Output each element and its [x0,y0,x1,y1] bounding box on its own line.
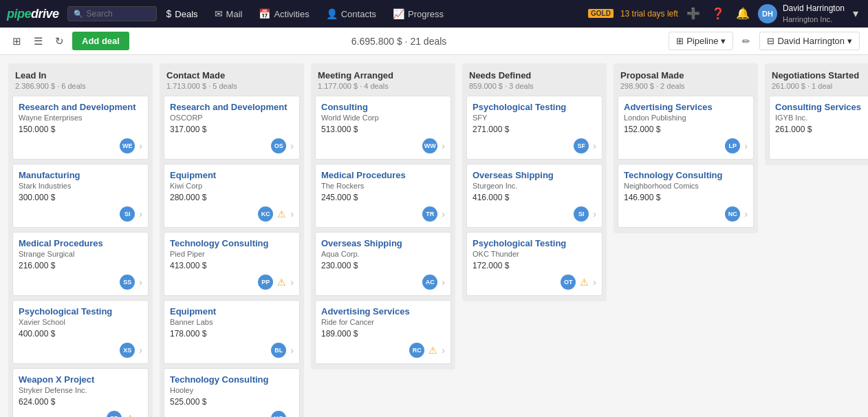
next-arrow-icon[interactable]: › [139,413,142,417]
deal-title[interactable]: Technology Consulting [624,170,722,180]
next-arrow-icon[interactable]: › [139,140,142,151]
next-arrow-icon[interactable]: › [744,140,748,151]
deal-card: Psychological Testing Xavier School 400.… [12,300,149,364]
deal-title[interactable]: Psychological Testing [473,238,566,248]
next-arrow-icon[interactable]: › [290,413,294,417]
column-proposal-made: Proposal Made 298.900 $ · 2 deals Advert… [614,63,758,233]
search-box[interactable]: 🔍 [67,6,157,21]
deal-card: Technology Consulting Pied Piper 413.000… [164,232,300,296]
next-arrow-icon[interactable]: › [290,277,294,288]
card-footer: SI › [473,206,596,222]
deal-card: Research and Development OSCORP 317.000 … [164,96,300,160]
card-footer: WW › [321,138,445,153]
next-arrow-icon[interactable]: › [442,345,445,356]
deal-title[interactable]: Technology Consulting [170,374,268,385]
next-arrow-icon[interactable]: › [442,208,445,220]
deal-avatar: SF [574,138,589,153]
add-deal-button[interactable]: Add deal [72,32,129,50]
deal-amount: 513.000 $ [321,125,379,134]
deal-title[interactable]: Psychological Testing [473,102,566,112]
next-arrow-icon[interactable]: › [593,208,596,220]
deal-amount: 216.000 $ [19,261,103,270]
next-arrow-icon[interactable]: › [593,277,596,288]
deal-title[interactable]: Equipment [170,306,216,317]
next-arrow-icon[interactable]: › [593,140,596,151]
deal-title[interactable]: Advertising Services [624,102,713,112]
contacts-icon: 👤 [326,8,338,19]
deal-amount: 300.000 $ [19,193,80,202]
next-arrow-icon[interactable]: › [139,277,142,288]
deal-card: Technology Consulting Hooley 525.000 $ H… [164,368,300,417]
refresh-icon[interactable]: ↻ [51,32,68,50]
search-icon: 🔍 [74,10,83,19]
deal-title[interactable]: Advertising Services [321,306,410,317]
help-icon[interactable]: ❓ [708,4,728,23]
deal-company: Xavier School [19,318,112,326]
gold-badge: GOLD [588,9,614,18]
card-top: Weapon X Project Stryker Defense Inc. 62… [19,374,142,407]
filter-selector[interactable]: ⊟ David Harrington ▾ [759,32,860,50]
edit-pipeline-icon[interactable]: ✏ [739,32,754,50]
kanban-view-icon[interactable]: ⊞ [8,32,25,50]
next-arrow-icon[interactable]: › [744,208,748,220]
add-icon[interactable]: ➕ [684,4,703,23]
cards-container-negotiations-started: Consulting Services IGYB Inc. 261.000 $ … [765,93,868,165]
next-arrow-icon[interactable]: › [290,208,294,220]
deal-title[interactable]: Equipment [170,170,216,180]
deal-amount: 261.000 $ [775,125,861,134]
card-top: Research and Development Wayne Enterpris… [19,102,142,134]
nav-deals[interactable]: $ Deals [160,4,205,23]
deal-company: Stryker Defense Inc. [19,386,94,394]
deal-title[interactable]: Manufacturing [19,170,80,180]
trial-text: 13 trial days left [620,9,678,19]
nav-right: GOLD 13 trial days left ➕ ❓ 🔔 DH David H… [588,3,861,24]
card-footer: HO › [170,411,294,417]
card-top: Consulting World Wide Corp 513.000 $ [321,102,445,134]
column-subtitle-negotiations-started: 261.000 $ · 1 deal [772,82,868,90]
deal-title[interactable]: Research and Development [19,102,136,112]
column-subtitle-contact-made: 1.713.000 $ · 5 deals [166,82,297,90]
deal-title[interactable]: Overseas Shipping [321,238,402,248]
list-view-icon[interactable]: ☰ [30,32,47,50]
deal-title[interactable]: Consulting [321,102,379,112]
deal-card: Advertising Services Ride for Cancer 189… [315,300,451,364]
column-title-proposal-made: Proposal Made [620,70,751,81]
deal-title[interactable]: Medical Procedures [321,170,406,180]
next-arrow-icon[interactable]: › [290,345,294,356]
nav-mail[interactable]: ✉ Mail [208,4,250,23]
deal-title[interactable]: Overseas Shipping [473,170,554,180]
top-navigation: pipedrive 🔍 $ Deals ✉ Mail 📅 Activities … [0,0,868,28]
nav-progress[interactable]: 📈 Progress [386,4,451,23]
deal-title[interactable]: Medical Procedures [19,238,103,248]
deal-amount: 416.000 $ [473,193,554,202]
user-dropdown-icon[interactable]: ▾ [850,4,861,23]
deal-card: Technology Consulting Neighborhood Comic… [618,164,754,228]
next-arrow-icon[interactable]: › [442,140,445,151]
deal-title[interactable]: Consulting Services [775,102,861,112]
next-arrow-icon[interactable]: › [290,140,294,151]
deal-title[interactable]: Technology Consulting [170,238,268,248]
nav-activities[interactable]: 📅 Activities [252,4,316,23]
card-top: Technology Consulting Pied Piper 413.000… [170,238,294,270]
column-subtitle-lead-in: 2.386.900 $ · 6 deals [15,82,146,90]
deal-avatar: NC [725,206,740,222]
next-arrow-icon[interactable]: › [442,277,445,288]
deal-title[interactable]: Weapon X Project [19,374,94,385]
deal-avatar: KC [258,206,273,222]
notifications-icon[interactable]: 🔔 [733,4,752,23]
next-arrow-icon[interactable]: › [139,208,142,220]
deal-company: SFY [473,114,566,122]
deal-title[interactable]: Psychological Testing [19,306,112,317]
column-title-meeting-arranged: Meeting Arranged [318,70,448,81]
card-top: Equipment Kiwi Corp 280.000 $ [170,170,294,202]
deal-title[interactable]: Research and Development [170,102,287,112]
progress-icon: 📈 [393,8,404,19]
column-title-negotiations-started: Negotiations Started [772,70,868,81]
deal-card: Equipment Kiwi Corp 280.000 $ KC ⚠ › [164,164,300,228]
deal-card: Advertising Services London Publishing 1… [618,96,754,160]
search-input[interactable] [87,9,151,19]
pipeline-selector[interactable]: ⊞ Pipeline ▾ [669,32,733,50]
next-arrow-icon[interactable]: › [139,345,142,356]
nav-contacts[interactable]: 👤 Contacts [319,4,383,23]
deal-company: IGYB Inc. [775,114,861,122]
